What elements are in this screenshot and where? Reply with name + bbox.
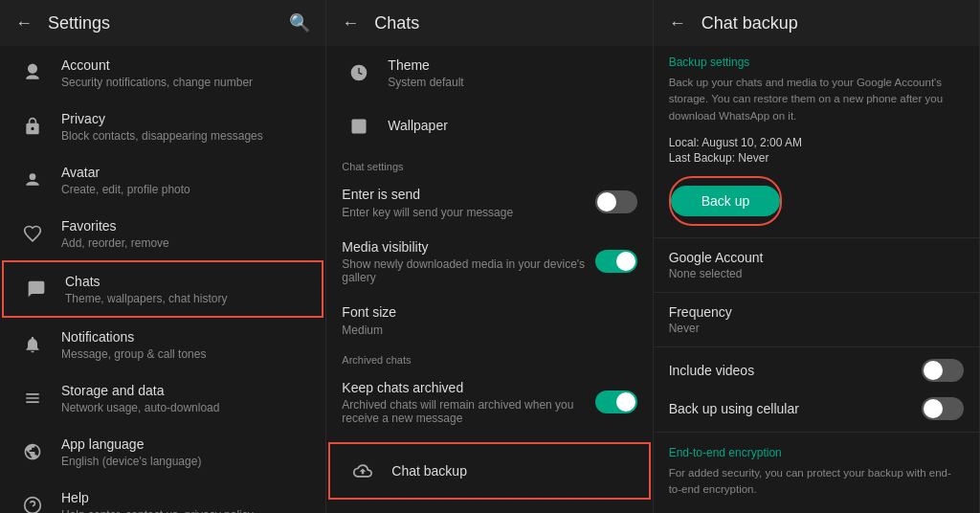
chats-item-media-visibility[interactable]: Media visibility Show newly downloaded m… (326, 229, 652, 295)
back-up-button[interactable]: Back up (671, 186, 781, 216)
settings-item-privacy[interactable]: Privacy Block contacts, disappearing mes… (0, 100, 325, 153)
settings-item-avatar[interactable]: Avatar Create, edit, profile photo (0, 153, 325, 207)
backup-button-highlight: Back up (669, 176, 783, 226)
settings-item-storage[interactable]: Storage and data Network usage, auto-dow… (0, 371, 325, 425)
media-visibility-title: Media visibility (342, 238, 594, 257)
local-backup-text: Local: August 10, 2:00 AM (669, 136, 964, 149)
chats-title-header: Chats (374, 13, 636, 33)
font-size-subtitle: Medium (342, 323, 636, 337)
settings-search-icon[interactable]: 🔍 (289, 12, 310, 33)
wallpaper-title: Wallpaper (388, 117, 636, 136)
google-account-value: None selected (669, 267, 964, 280)
chats-item-theme[interactable]: Theme System default (326, 46, 652, 100)
avatar-text: Avatar Create, edit, profile photo (61, 164, 310, 197)
include-videos-row[interactable]: Include videos (654, 351, 979, 390)
chats-header: ← Chats (326, 0, 652, 46)
backup-description: Back up your chats and media to your Goo… (654, 73, 979, 132)
divider-3 (654, 346, 979, 347)
language-icon (15, 435, 50, 469)
chats-item-enter-send[interactable]: Enter is send Enter key will send your m… (326, 176, 652, 229)
account-icon (15, 56, 50, 90)
chats-icon (19, 272, 54, 306)
local-backup-info: Local: August 10, 2:00 AM Last Backup: N… (654, 132, 979, 168)
archived-label: Archived chats (326, 346, 652, 369)
enter-send-subtitle: Enter key will send your message (342, 206, 594, 219)
storage-title: Storage and data (61, 382, 310, 401)
chat-backup-icon (345, 454, 380, 488)
backup-back-icon[interactable]: ← (669, 13, 686, 33)
keep-archived-title: Keep chats archived (342, 379, 594, 398)
theme-icon (342, 56, 376, 90)
media-visibility-knob (616, 252, 635, 271)
settings-item-language[interactable]: App language English (device's language) (0, 425, 325, 479)
frequency-value: Never (669, 322, 964, 335)
settings-back-icon[interactable]: ← (15, 13, 33, 33)
language-subtitle: English (device's language) (61, 455, 310, 468)
account-subtitle: Security notifications, change number (61, 76, 310, 89)
chats-panel: ← Chats Theme System default Wallpaper C… (326, 0, 653, 513)
backup-header: ← Chat backup (654, 0, 979, 46)
keep-archived-subtitle: Archived chats will remain archived when… (342, 398, 594, 425)
avatar-subtitle: Create, edit, profile photo (61, 183, 310, 196)
frequency-row[interactable]: Frequency Never (654, 297, 979, 343)
cellular-toggle[interactable] (922, 397, 964, 420)
privacy-icon (15, 109, 50, 144)
transfer-icon (342, 509, 376, 513)
chats-text: Chats Theme, wallpapers, chat history (65, 273, 306, 306)
media-visibility-toggle[interactable] (595, 250, 637, 273)
e2e-desc: For added security, you can protect your… (654, 463, 979, 506)
chats-list: Theme System default Wallpaper Chat sett… (326, 46, 652, 513)
backup-settings-label: Backup settings (654, 46, 979, 73)
backup-panel: ← Chat backup Backup settings Back up yo… (654, 0, 980, 513)
cellular-knob (924, 399, 943, 418)
e2e-backup-row[interactable]: End-to-end encrypted backup Off (654, 505, 979, 513)
settings-item-favorites[interactable]: Favorites Add, reorder, remove (0, 207, 325, 260)
cellular-row[interactable]: Back up using cellular (654, 390, 979, 428)
notifications-title: Notifications (61, 328, 310, 347)
enter-send-knob (597, 192, 616, 212)
chat-settings-label: Chat settings (326, 153, 652, 176)
chats-item-font-size[interactable]: Font size Medium (326, 294, 652, 346)
help-text: Help Help center, contact us, privacy po… (61, 489, 310, 513)
google-account-text: Google Account None selected (669, 250, 964, 280)
backup-title-header: Chat backup (702, 13, 964, 33)
privacy-title: Privacy (61, 110, 310, 129)
include-videos-toggle[interactable] (922, 359, 964, 382)
chats-item-wallpaper[interactable]: Wallpaper (326, 100, 652, 153)
help-title: Help (61, 489, 310, 508)
font-size-title: Font size (342, 303, 636, 323)
include-videos-knob (924, 361, 943, 380)
settings-item-notifications[interactable]: Notifications Message, group & call tone… (0, 318, 325, 371)
svg-point-5 (355, 123, 358, 124)
enter-send-toggle[interactable] (595, 190, 637, 213)
storage-subtitle: Network usage, auto-download (61, 401, 310, 414)
frequency-text: Frequency Never (669, 304, 964, 335)
include-videos-text: Include videos (669, 363, 922, 378)
favorites-icon (15, 216, 50, 251)
settings-item-account[interactable]: Account Security notifications, change n… (0, 46, 325, 100)
settings-item-help[interactable]: Help Help center, contact us, privacy po… (0, 479, 325, 513)
media-visibility-subtitle: Show newly downloaded media in your devi… (342, 257, 594, 284)
cellular-label: Back up using cellular (669, 401, 922, 416)
keep-archived-toggle[interactable] (595, 390, 637, 413)
theme-text: Theme System default (388, 56, 636, 90)
theme-subtitle: System default (388, 76, 636, 89)
storage-text: Storage and data Network usage, auto-dow… (61, 382, 310, 415)
divider-4 (654, 432, 979, 433)
keep-archived-text: Keep chats archived Archived chats will … (342, 379, 594, 426)
frequency-label: Frequency (669, 304, 964, 320)
font-size-text: Font size Medium (342, 303, 636, 337)
chats-item-chat-backup[interactable]: Chat backup (328, 442, 650, 500)
settings-item-chats[interactable]: Chats Theme, wallpapers, chat history (2, 260, 323, 318)
chats-back-icon[interactable]: ← (342, 13, 359, 33)
google-account-row[interactable]: Google Account None selected (654, 242, 979, 288)
favorites-subtitle: Add, reorder, remove (61, 236, 310, 250)
settings-panel: ← Settings 🔍 Account Security notificati… (0, 0, 326, 513)
enter-send-title: Enter is send (342, 186, 594, 205)
notifications-subtitle: Message, group & call tones (61, 347, 310, 361)
help-icon (15, 488, 50, 513)
avatar-title: Avatar (61, 164, 310, 183)
chats-item-keep-archived[interactable]: Keep chats archived Archived chats will … (326, 369, 652, 435)
theme-title: Theme (388, 56, 636, 76)
chats-item-transfer[interactable]: Transfer chats (326, 500, 652, 513)
